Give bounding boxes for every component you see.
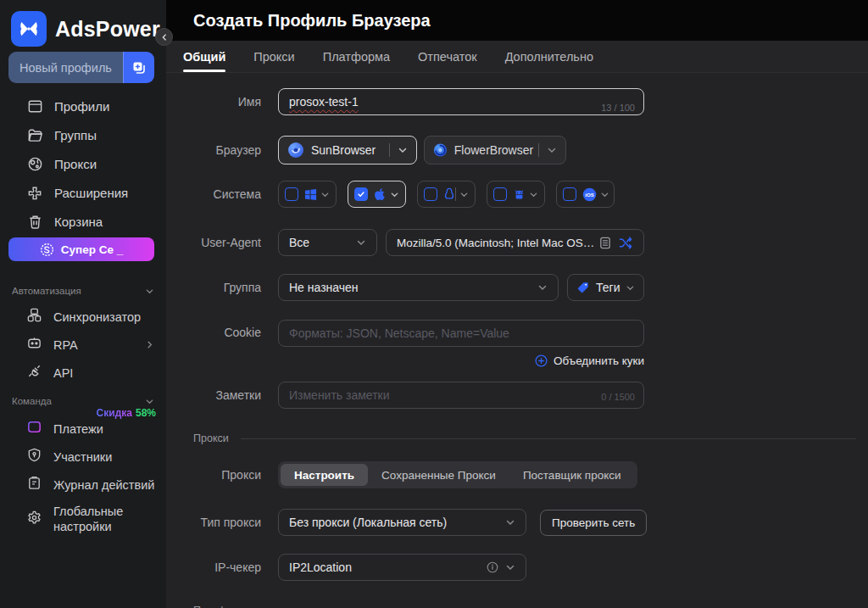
chevron-down-icon[interactable] [390,190,399,199]
info-icon[interactable] [487,561,498,573]
batch-create-icon[interactable] [123,52,154,83]
sidebar-item-profiles[interactable]: Профили [0,92,166,120]
ip-checker-label: IP-чекер [193,561,261,574]
sidebar-item-synchronizer[interactable]: Синхронизатор [0,303,166,331]
brand-header: AdsPower [0,0,166,47]
tag-icon [576,281,590,294]
automation-section: Автоматизация Синхронизатор RPA API [0,282,166,387]
merge-cookies-link[interactable]: Объединить куки [278,352,644,369]
sidebar-item-groups[interactable]: Группы [0,120,166,149]
new-profile-button[interactable]: Новый профиль [8,52,154,83]
puzzle-icon [26,184,43,201]
coin-icon [40,243,54,257]
ua-filter-select[interactable]: Все [278,229,377,256]
sidebar-item-proxy[interactable]: Прокси [0,149,166,178]
chevron-down-icon[interactable] [505,562,515,572]
tab-bar: Общий Прокси Платформа Отпечаток Дополни… [166,41,868,73]
name-label: Имя [193,95,261,109]
android-checkbox[interactable] [493,187,507,201]
chevron-down-icon[interactable] [626,283,635,293]
proxy-type-label: Тип прокси [193,516,261,529]
discount-badge: Скидка58% [97,407,156,419]
sidebar-item-trash[interactable]: Корзина [0,207,166,236]
chevron-down-icon[interactable] [356,237,366,248]
sidebar-item-payments[interactable]: Платежи Скидка58% [0,415,166,443]
tab-proxy[interactable]: Прокси [253,41,294,72]
os-mac-option[interactable] [348,181,406,208]
os-linux-option[interactable] [417,181,476,208]
os-ios-option[interactable]: iOS [556,181,615,208]
tab-advanced[interactable]: Дополнительно [505,41,593,72]
sidebar-collapse-button[interactable] [155,28,173,46]
proxy-mode-saved[interactable]: Сохраненные Прокси [368,464,509,486]
cookie-input-field[interactable] [289,326,633,340]
system-label: Система [193,187,261,201]
form-content: Имя prosox-test-1 13 / 100 Браузер SunBr… [166,73,868,607]
chevron-down-icon[interactable] [505,517,515,527]
proxy-section-divider: Прокси [193,432,856,444]
sidebar-item-label: Группы [54,128,97,142]
new-profile-label[interactable]: Новый профиль [8,52,123,83]
sidebar-item-label: Платежи [53,422,103,436]
sidebar-item-rpa[interactable]: RPA [0,331,166,359]
chevron-down-icon[interactable] [547,145,557,155]
chevron-down-icon[interactable] [600,190,609,199]
os-windows-option[interactable] [278,181,337,208]
chevron-down-icon[interactable] [537,282,548,293]
sidebar-item-api[interactable]: API [0,359,166,387]
ua-value: Mozilla/5.0 (Macintosh; Intel Mac OS X 1… [397,237,597,249]
sunbrowser-icon [287,142,304,159]
notes-counter: 0 / 1500 [601,392,635,402]
tab-platform[interactable]: Платформа [323,41,390,72]
cookie-input[interactable] [278,320,644,347]
group-label: Группа [193,281,261,294]
sidebar-item-members[interactable]: Участники [0,443,166,471]
tab-general[interactable]: Общий [183,41,225,72]
notes-label: Заметки [193,388,261,402]
proxy-mode-configure[interactable]: Настроить [281,464,368,486]
sidebar-item-label: Прокси [54,157,97,171]
proxy-label: Прокси [193,468,261,482]
platform-section-divider: Платформа [193,605,856,608]
sidebar-item-activity-log[interactable]: Журнал действий [0,471,166,499]
section-title: Автоматизация [12,286,81,296]
group-select[interactable]: Не назначен [278,274,559,301]
notes-input-field[interactable] [289,388,633,402]
os-android-option[interactable] [487,181,545,208]
proxy-mode-segmented: Настроить Сохраненные Прокси Поставщик п… [278,461,637,488]
proxy-mode-provider[interactable]: Поставщик прокси [509,464,635,486]
ip-checker-select[interactable]: IP2Location [278,554,526,581]
chevron-down-icon[interactable] [459,190,469,199]
notes-input[interactable]: 0 / 1500 [278,382,644,409]
sidebar-item-global-settings[interactable]: Глобальные настройки [0,499,166,539]
chevron-down-icon[interactable] [529,190,538,199]
tags-button[interactable]: Теги [567,274,644,301]
sidebar-item-extensions[interactable]: Расширения [0,178,166,207]
sunbrowser-option[interactable]: SunBrowser [278,136,417,165]
chevron-down-icon[interactable] [320,190,330,199]
globe-icon [26,155,43,172]
windows-checkbox[interactable] [285,187,298,201]
platform-section-title: Платформа [193,605,251,608]
mac-checkbox[interactable] [354,187,368,201]
ua-value-field[interactable]: Mozilla/5.0 (Macintosh; Intel Mac OS X 1… [386,229,644,256]
clipboard-icon [26,475,42,494]
adspower-logo-icon [11,11,47,47]
flowerbrowser-option[interactable]: FlowerBrowser [424,136,566,165]
sidebar-item-label: Глобальные настройки [53,504,138,534]
ua-list-icon[interactable] [599,237,611,249]
group-value: Не назначен [289,281,359,294]
ios-checkbox[interactable] [563,187,576,201]
automation-section-header[interactable]: Автоматизация [0,282,166,299]
sidebar-menu: Профили Группы Прокси Расширения Корзина [0,92,166,236]
proxy-type-select[interactable]: Без прокси (Локальная сеть) [278,509,526,536]
check-network-button[interactable]: Проверить сеть [540,510,647,536]
super-seller-button[interactable]: Супер Се _ [8,237,154,261]
name-input[interactable]: prosox-test-1 13 / 100 [278,88,644,115]
linux-checkbox[interactable] [424,187,437,201]
tags-label: Теги [596,281,620,294]
tab-fingerprint[interactable]: Отпечаток [418,41,477,72]
chevron-down-icon[interactable] [398,145,408,155]
ua-filter-value: Все [289,236,309,249]
shuffle-icon[interactable] [619,237,633,249]
